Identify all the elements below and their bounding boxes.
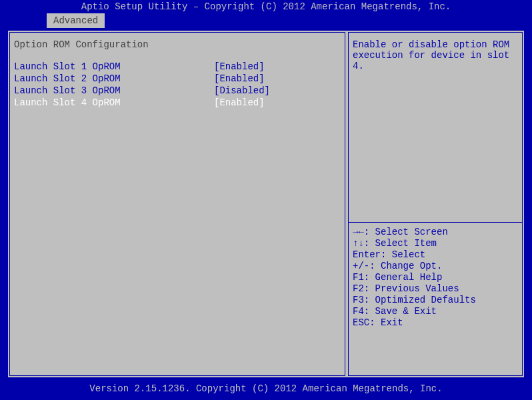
help-divider <box>349 222 522 223</box>
tab-bar: Advanced <box>0 13 532 29</box>
option-row[interactable]: Launch Slot 3 OpROM[Disabled] <box>14 85 341 97</box>
key-help-item: F3: Optimized Defaults <box>353 295 518 306</box>
option-row[interactable]: Launch Slot 4 OpROM[Enabled] <box>14 97 341 109</box>
bottom-spacer <box>353 329 518 369</box>
option-label: Launch Slot 4 OpROM <box>14 97 214 109</box>
option-label: Launch Slot 1 OpROM <box>14 61 214 73</box>
main-frame: Option ROM Configuration Launch Slot 1 O… <box>7 29 525 379</box>
option-label: Launch Slot 2 OpROM <box>14 73 214 85</box>
key-help-item: →←: Select Screen <box>353 227 518 238</box>
section-title: Option ROM Configuration <box>14 39 341 50</box>
key-help-item: ESC: Exit <box>353 317 518 329</box>
option-value: [Enabled] <box>214 73 341 85</box>
options-panel: Option ROM Configuration Launch Slot 1 O… <box>9 32 345 376</box>
key-help-item: ↑↓: Select Item <box>353 238 518 249</box>
option-label: Launch Slot 3 OpROM <box>14 85 214 97</box>
option-value: [Disabled] <box>214 85 341 97</box>
header-title: Aptio Setup Utility – Copyright (C) 2012… <box>0 0 532 13</box>
footer-text: Version 2.15.1236. Copyright (C) 2012 Am… <box>0 380 532 397</box>
option-row[interactable]: Launch Slot 1 OpROM[Enabled] <box>14 61 341 73</box>
option-value: [Enabled] <box>214 97 341 109</box>
key-help-item: +/-: Change Opt. <box>353 261 518 272</box>
option-value: [Enabled] <box>214 61 341 73</box>
help-description: Enable or disable option ROM execution f… <box>353 39 518 71</box>
options-list: Launch Slot 1 OpROM[Enabled]Launch Slot … <box>14 61 341 109</box>
tab-advanced[interactable]: Advanced <box>47 13 105 28</box>
key-help-item: F1: General Help <box>353 272 518 283</box>
key-help-list: →←: Select Screen↑↓: Select ItemEnter: S… <box>353 227 518 329</box>
help-panel: Enable or disable option ROM execution f… <box>348 32 523 376</box>
spacer <box>353 71 518 219</box>
key-help-item: Enter: Select <box>353 249 518 261</box>
option-row[interactable]: Launch Slot 2 OpROM[Enabled] <box>14 73 341 85</box>
key-help-item: F2: Previous Values <box>353 283 518 295</box>
key-help-item: F4: Save & Exit <box>353 306 518 317</box>
